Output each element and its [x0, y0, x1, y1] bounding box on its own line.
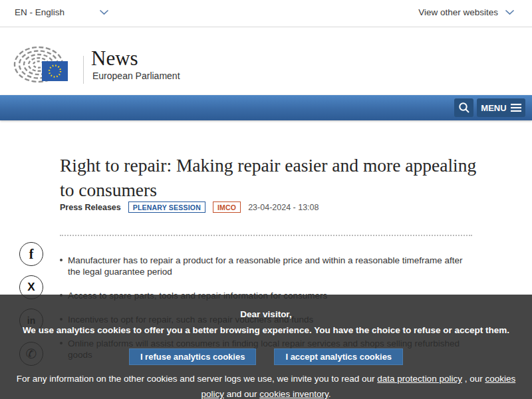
article-meta: Press Releases PLENARY SESSION IMCO 23-0… — [60, 201, 319, 213]
site-title[interactable]: News — [91, 47, 138, 70]
chevron-down-icon — [505, 9, 515, 15]
cookie-info-part4: . — [329, 389, 331, 399]
chevron-down-icon — [99, 9, 109, 15]
search-button[interactable] — [454, 98, 473, 117]
view-other-websites-label: View other websites — [418, 7, 498, 17]
list-item: Manufacturer has to repair a product for… — [60, 255, 467, 277]
imco-committee-badge[interactable]: IMCO — [213, 201, 241, 213]
cookie-info-part2: , our — [462, 374, 485, 384]
plenary-session-badge[interactable]: PLENARY SESSION — [128, 201, 205, 213]
hamburger-icon — [511, 104, 521, 112]
facebook-icon: f — [29, 247, 34, 262]
menu-label: MENU — [481, 103, 506, 113]
language-label: EN - English — [15, 7, 65, 17]
search-icon — [458, 102, 470, 114]
cookie-message: We use analytics cookies to offer you a … — [0, 325, 532, 335]
article-timestamp: 23-04-2024 - 13:08 — [248, 203, 319, 212]
site-header: News European Parliament — [0, 28, 532, 95]
main-navbar: MENU — [0, 95, 532, 120]
accept-cookies-button[interactable]: I accept analytics cookies — [274, 348, 403, 365]
page: EN - English View other websites — [0, 0, 532, 399]
cookie-info-part3: and our — [224, 389, 259, 399]
x-twitter-icon: X — [27, 281, 35, 294]
european-parliament-logo-icon[interactable] — [13, 45, 68, 84]
dotted-divider — [60, 235, 472, 236]
view-other-websites[interactable]: View other websites — [418, 7, 515, 17]
top-utility-bar: EN - English View other websites — [0, 0, 532, 27]
category-label: Press Releases — [60, 203, 121, 212]
logo-divider — [83, 56, 84, 84]
cookie-buttons-row: I refuse analytics cookies I accept anal… — [0, 348, 532, 365]
data-protection-policy-link[interactable]: data protection policy — [377, 374, 462, 384]
language-selector[interactable]: EN - English — [15, 7, 109, 17]
cookie-consent-overlay: Dear visitor, We use analytics cookies t… — [0, 295, 532, 399]
site-subtitle: European Parliament — [92, 70, 180, 81]
menu-button[interactable]: MENU — [477, 98, 525, 117]
cookie-info-text: For any information on the other cookies… — [7, 371, 525, 399]
cookie-info-part1: For any information on the other cookies… — [17, 374, 378, 384]
share-facebook-button[interactable]: f — [19, 242, 43, 266]
refuse-cookies-button[interactable]: I refuse analytics cookies — [129, 348, 257, 365]
cookies-inventory-link[interactable]: cookies inventory — [259, 389, 328, 399]
article-title: Right to repair: Making repair easier an… — [60, 153, 480, 202]
cookie-greeting: Dear visitor, — [0, 309, 532, 319]
